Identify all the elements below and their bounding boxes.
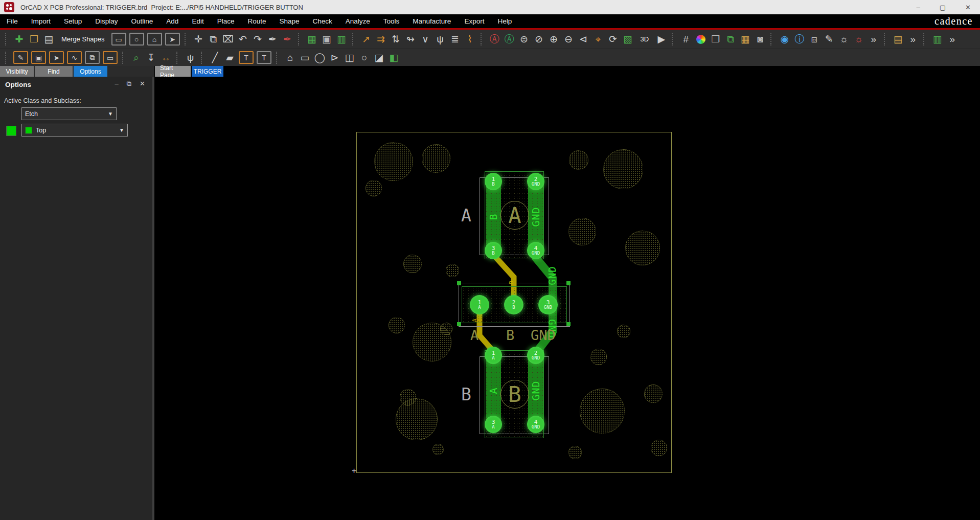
place-footprint-icon[interactable]: ▥	[334, 32, 349, 47]
add-line-icon[interactable]: ╱	[208, 51, 222, 65]
add-rect-icon[interactable]: ▭	[298, 51, 312, 65]
pad-top-4[interactable]: 4 GND	[527, 242, 544, 259]
dim-layers-icon[interactable]: ☼	[851, 32, 866, 47]
menu-add[interactable]: Add	[159, 14, 185, 28]
slide-icon[interactable]: ⇉	[374, 32, 389, 47]
overflow-chevron-icon[interactable]: »	[945, 32, 960, 47]
zoom-out-icon[interactable]: ⊖	[561, 32, 576, 47]
menu-import[interactable]: Import	[25, 14, 57, 28]
zoom-fit-icon[interactable]: ⌖	[591, 32, 606, 47]
layer-swap-icon[interactable]: ◧	[386, 51, 401, 65]
zoom-in-icon[interactable]: ⊕	[546, 32, 561, 47]
add-polygon-icon[interactable]: ⌂	[283, 51, 298, 65]
menu-export[interactable]: Export	[458, 14, 491, 28]
edit-text-icon[interactable]: T	[257, 51, 271, 64]
pad-top-1[interactable]: 1 B	[485, 173, 502, 190]
menu-shape[interactable]: Shape	[272, 14, 306, 28]
copy-properties-icon[interactable]: ⧉	[85, 51, 100, 64]
net-select-icon[interactable]: ➤	[49, 51, 64, 64]
report-doc-icon[interactable]: ▥	[930, 32, 945, 47]
pad-top-2[interactable]: 2 GND	[527, 173, 544, 190]
merge-rect-icon[interactable]: ▭	[111, 33, 126, 46]
merge-circle-icon[interactable]: ○	[129, 33, 144, 46]
add-oval-icon[interactable]: ◯	[312, 51, 327, 65]
tab-start-page[interactable]: Start Page	[155, 66, 191, 77]
menu-display[interactable]: Display	[88, 14, 124, 28]
place-component-icon[interactable]: ▦	[305, 32, 320, 47]
pad-bottom-1[interactable]: 1 A	[485, 347, 502, 364]
ratsnest-icon[interactable]: ψ	[183, 51, 198, 65]
merge-select-icon[interactable]: ➤	[165, 33, 180, 46]
add-text-icon[interactable]: T	[239, 51, 254, 64]
tab-visibility[interactable]: Visibility	[0, 66, 34, 77]
connector-pad-2[interactable]: 2 B	[504, 295, 523, 314]
board-view-icon[interactable]: ▧	[621, 32, 635, 47]
merge-polygon-icon[interactable]: ⌂	[147, 33, 162, 46]
add-shape-icon[interactable]: ▰	[222, 51, 237, 65]
shaded-mode-icon[interactable]: ✎	[822, 32, 836, 47]
tab-trigger[interactable]: TRIGGER	[192, 66, 223, 77]
menu-check[interactable]: Check	[306, 14, 339, 28]
connector-pad-1[interactable]: 1 A	[470, 295, 489, 314]
connector-pad-3[interactable]: 3 GND	[538, 295, 558, 314]
class-dropdown[interactable]: Etch ▼	[21, 107, 117, 120]
grid-toggle-icon[interactable]: #	[678, 32, 693, 47]
cline-align-icon[interactable]: ≣	[448, 32, 463, 47]
redraw-icon[interactable]: ⟳	[606, 32, 621, 47]
place-die-icon[interactable]: ▣	[320, 32, 334, 47]
unpin-icon[interactable]: ✒	[280, 32, 295, 47]
undo-icon[interactable]: ↶	[236, 32, 250, 47]
color-dialog-icon[interactable]	[693, 32, 708, 47]
save-icon[interactable]: ▤	[41, 32, 56, 47]
add-circle-icon[interactable]: ○	[357, 51, 372, 65]
minimize-button-icon[interactable]: –	[917, 4, 920, 11]
dimension-3d-icon[interactable]: ⧈	[807, 32, 822, 47]
waive-drc-icon[interactable]: ⊜	[517, 32, 532, 47]
brightness-icon[interactable]: ☼	[836, 32, 851, 47]
add-flag-icon[interactable]: ⊳	[327, 51, 342, 65]
visibility-eye-icon[interactable]: ◉	[777, 32, 792, 47]
flip-design-icon[interactable]: ▶	[654, 32, 669, 47]
add-connect-icon[interactable]: ↗	[359, 32, 374, 47]
menu-place[interactable]: Place	[211, 14, 241, 28]
overflow-chevron-icon[interactable]: »	[866, 32, 881, 47]
menu-help[interactable]: Help	[491, 14, 518, 28]
pad-top-3[interactable]: 3 B	[485, 242, 502, 259]
subclass-dropdown[interactable]: Top ▼	[21, 124, 128, 137]
spacing-icon[interactable]: ↔	[158, 51, 173, 65]
panel-minimize-icon[interactable]: –	[115, 80, 119, 88]
add-via-icon[interactable]: ⌇	[463, 32, 477, 47]
shape-edit-icon[interactable]: ▭	[103, 51, 118, 64]
database-doc-icon[interactable]: ▤	[891, 32, 905, 47]
drc-update-icon[interactable]: Ⓐ	[487, 32, 502, 47]
tab-options[interactable]: Options	[74, 66, 107, 77]
snapshot-icon[interactable]: ◙	[753, 32, 767, 47]
menu-setup[interactable]: Setup	[57, 14, 88, 28]
delay-tune-icon[interactable]: ⇅	[389, 32, 403, 47]
pin-icon[interactable]: ✒	[265, 32, 280, 47]
open-folder-icon[interactable]: ❐	[27, 32, 41, 47]
properties-info-icon[interactable]: ⓘ	[792, 32, 807, 47]
panel-close-icon[interactable]: ✕	[140, 80, 145, 88]
delete-icon[interactable]: ⌧	[221, 32, 236, 47]
color-layers-icon[interactable]: ▦	[738, 32, 753, 47]
tab-find[interactable]: Find	[35, 66, 73, 77]
new-file-icon[interactable]: ✚	[12, 32, 27, 47]
custom-smooth-icon[interactable]: ↬	[403, 32, 418, 47]
menu-outline[interactable]: Outline	[125, 14, 160, 28]
move-icon[interactable]: ✛	[191, 32, 206, 47]
signal-probe-icon[interactable]: ψ	[433, 32, 448, 47]
views-folder-icon[interactable]: ❐	[708, 32, 723, 47]
zoom-shape-icon[interactable]: ⌕	[129, 51, 144, 65]
menu-file[interactable]: File	[0, 14, 25, 28]
measure-icon[interactable]: ⊘	[532, 32, 546, 47]
close-button-icon[interactable]: ✕	[965, 4, 971, 11]
drc-enable-icon[interactable]: Ⓐ	[502, 32, 517, 47]
menu-route[interactable]: Route	[241, 14, 272, 28]
split-plane-icon[interactable]: ◫	[342, 51, 357, 65]
component-edit-icon[interactable]: ▣	[31, 51, 46, 64]
maximize-button-icon[interactable]: ▢	[940, 4, 946, 11]
padstack-edit-icon[interactable]: ✎	[13, 51, 28, 64]
menu-edit[interactable]: Edit	[185, 14, 210, 28]
pad-bottom-3[interactable]: 3 A	[485, 416, 502, 433]
